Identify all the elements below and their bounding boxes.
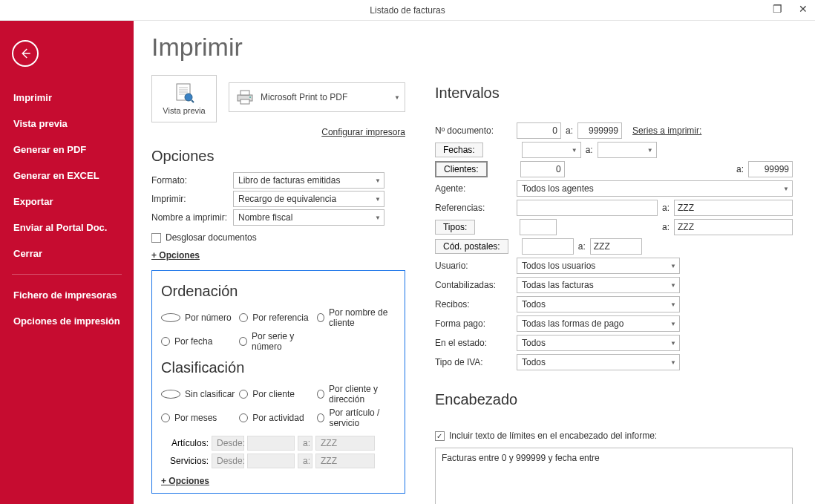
chevron-down-icon: ▼ [375, 177, 381, 184]
radio-por-nombre-cliente[interactable]: Por nombre de cliente [317, 307, 395, 328]
articulos-a-input[interactable]: ZZZ [315, 436, 375, 451]
sidebar: Imprimir Vista previa Generar en PDF Gen… [0, 21, 134, 504]
tipo-iva-select[interactable]: Todos▼ [517, 354, 680, 370]
nav-vista-previa[interactable]: Vista previa [0, 111, 134, 137]
fecha-from-select[interactable]: ▼ [522, 142, 581, 158]
clientes-from-input[interactable] [520, 161, 565, 177]
ndoc-from-input[interactable] [517, 122, 561, 139]
document-preview-icon [171, 82, 197, 105]
usuario-select[interactable]: Todos los usuarios▼ [517, 258, 680, 274]
nombre-select[interactable]: Nombre fiscal▼ [233, 209, 384, 226]
forma-pago-label: Forma pago: [435, 318, 517, 329]
vista-previa-button[interactable]: Vista previa [151, 75, 217, 122]
nav-opciones-impresion[interactable]: Opciones de impresión [0, 308, 134, 334]
servicios-desde-input[interactable] [247, 454, 295, 468]
radio-por-fecha[interactable]: Por fecha [161, 331, 239, 352]
usuario-label: Usuario: [435, 261, 517, 271]
clientes-to-input[interactable] [748, 161, 793, 177]
servicios-a-input[interactable]: ZZZ [315, 454, 375, 468]
ordenacion-clasificacion-panel: Ordenación Por número Por referencia Por… [151, 270, 405, 494]
printer-icon [235, 89, 255, 105]
formato-label: Formato: [151, 175, 233, 186]
tipos-from-input[interactable] [520, 219, 557, 235]
clasificacion-plus-link[interactable]: + Opciones [161, 476, 209, 486]
chevron-down-icon: ▼ [670, 301, 676, 308]
chevron-down-icon: ▼ [572, 147, 577, 154]
formato-select[interactable]: Libro de facturas emitidas▼ [233, 172, 384, 189]
articulos-desde-input[interactable] [247, 436, 295, 451]
page-title: Imprimir [151, 33, 405, 62]
forma-pago-select[interactable]: Todas las formas de pago▼ [517, 315, 680, 332]
maximize-icon[interactable]: ❐ [768, 1, 787, 16]
svg-rect-9 [240, 99, 249, 104]
recibos-label: Recibos: [435, 299, 517, 310]
chevron-down-icon: ▼ [670, 282, 676, 289]
ndoc-to-input[interactable] [577, 122, 622, 139]
radio-por-meses[interactable]: Por meses [161, 408, 239, 428]
referencias-from-input[interactable] [517, 200, 658, 216]
recibos-select[interactable]: Todos▼ [517, 296, 680, 312]
cod-postales-button[interactable]: Cód. postales: [435, 239, 508, 254]
desglosar-checkbox[interactable]: Desglosar documentos [151, 232, 257, 243]
nombre-label: Nombre a imprimir: [151, 212, 233, 223]
nav-enviar-portal[interactable]: Enviar al Portal Doc. [0, 215, 134, 240]
a-label: a: [736, 164, 744, 174]
opciones-plus-link[interactable]: + Opciones [151, 250, 200, 261]
chevron-down-icon: ▼ [670, 359, 676, 366]
nav-cerrar[interactable]: Cerrar [0, 240, 134, 266]
a-label: a: [586, 145, 593, 155]
incluir-texto-checkbox[interactable]: ✓Incluir texto de límites en el encabeza… [435, 431, 657, 441]
fecha-to-select[interactable]: ▼ [598, 142, 657, 158]
encabezado-heading: Encabezado [435, 391, 793, 408]
cp-from-input[interactable] [522, 238, 574, 255]
radio-icon [161, 413, 170, 422]
nav-exportar[interactable]: Exportar [0, 189, 134, 215]
radio-por-actividad[interactable]: Por actividad [239, 408, 317, 428]
radio-sin-clasificar[interactable]: Sin clasificar [161, 384, 239, 405]
servicios-a-label: a: [298, 454, 312, 468]
tipos-button[interactable]: Tipos: [435, 220, 475, 235]
radio-por-articulo-servicio[interactable]: Por artículo / servicio [317, 408, 395, 428]
encabezado-textarea[interactable]: Facturas entre 0 y 999999 y fecha entre [435, 448, 793, 505]
fechas-button[interactable]: Fechas: [435, 143, 483, 157]
intervalos-heading: Intervalos [435, 85, 793, 102]
radio-por-cliente[interactable]: Por cliente [239, 384, 317, 405]
contabilizadas-select[interactable]: Todas las facturas▼ [517, 277, 680, 293]
estado-select[interactable]: Todos▼ [517, 335, 680, 351]
nav-generar-excel[interactable]: Generar en EXCEL [0, 163, 134, 189]
imprimir-select[interactable]: Recargo de equivalencia▼ [233, 191, 384, 207]
close-icon[interactable]: ✕ [794, 1, 812, 16]
nav-imprimir[interactable]: Imprimir [0, 85, 134, 111]
radio-icon [239, 390, 248, 399]
radio-icon [161, 337, 170, 346]
agente-select[interactable]: Todos los agentes▼ [517, 180, 793, 197]
configurar-impresora-link[interactable]: Configurar impresora [151, 127, 405, 137]
contabilizadas-label: Contabilizadas: [435, 280, 517, 290]
series-imprimir-link[interactable]: Series a imprimir: [632, 125, 701, 136]
referencias-to-input[interactable] [674, 200, 793, 216]
cp-to-input[interactable] [590, 238, 642, 255]
radio-por-cliente-direccion[interactable]: Por cliente y dirección [317, 384, 395, 405]
clientes-button[interactable]: Clientes: [435, 161, 488, 177]
radio-icon [317, 313, 324, 322]
chevron-down-icon: ▼ [647, 147, 653, 154]
clasificacion-heading: Clasificación [161, 359, 396, 376]
tipos-to-input[interactable] [674, 219, 793, 235]
estado-label: En el estado: [435, 338, 517, 348]
chevron-down-icon: ▼ [375, 196, 381, 203]
chevron-down-icon: ▼ [394, 94, 400, 101]
back-button[interactable] [12, 40, 39, 67]
servicios-desde-label: Desde: [212, 454, 244, 468]
nav-generar-pdf[interactable]: Generar en PDF [0, 137, 134, 163]
svg-line-6 [192, 100, 194, 102]
chevron-down-icon: ▼ [670, 321, 676, 327]
svg-point-10 [249, 96, 251, 98]
radio-icon [239, 413, 248, 422]
radio-por-serie-numero[interactable]: Por serie y número [239, 331, 317, 352]
printer-select[interactable]: Microsoft Print to PDF ▼ [229, 82, 405, 112]
radio-por-numero[interactable]: Por número [161, 307, 239, 328]
radio-por-referencia[interactable]: Por referencia [239, 307, 317, 328]
arrow-left-icon [19, 47, 32, 60]
radio-icon [161, 313, 180, 322]
nav-fichero-impresoras[interactable]: Fichero de impresoras [0, 282, 134, 308]
